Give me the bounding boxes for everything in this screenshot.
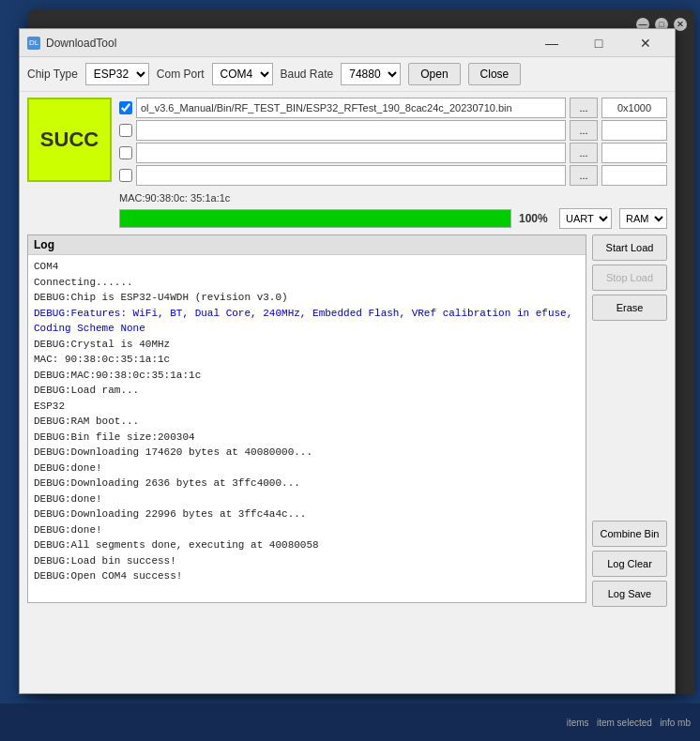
interface-select[interactable]: UART [559, 208, 612, 229]
progress-bar-container [119, 209, 511, 228]
baud-rate-select[interactable]: 74880 [341, 63, 401, 85]
chip-type-select[interactable]: ESP32 [85, 63, 149, 85]
log-line: DEBUG:All segments done, executing at 40… [34, 537, 580, 553]
log-clear-button[interactable]: Log Clear [592, 551, 667, 577]
log-header: Log [28, 235, 586, 255]
combine-bin-button[interactable]: Combine Bin [592, 521, 667, 547]
log-line: DEBUG:Load ram... [34, 383, 580, 399]
mac-info-1: MAC:90:38:0c: [119, 192, 188, 204]
file-browse-btn-1[interactable]: ... [570, 98, 598, 118]
erase-button[interactable]: Erase [592, 295, 667, 321]
succ-badge: SUCC [27, 98, 112, 182]
app-icon: DL [27, 37, 40, 50]
mac-info-2: 35:1a:1c [190, 192, 230, 204]
file-browse-btn-4[interactable]: ... [570, 165, 598, 186]
log-wrapper: Log COM4Connecting......DEBUG:Chip is ES… [27, 234, 586, 607]
files-status-row: SUCC ... ... [27, 98, 667, 229]
log-line: DEBUG:RAM boot... [34, 414, 580, 430]
succ-text: SUCC [40, 128, 99, 152]
log-line: DEBUG:Open COM4 success! [34, 568, 580, 584]
progress-bar-fill [120, 210, 510, 227]
side-buttons: Start Load Stop Load Erase Combine Bin L… [592, 234, 667, 607]
file-checkbox-1[interactable] [119, 101, 132, 114]
file-checkbox-2[interactable] [119, 124, 132, 137]
log-save-button[interactable]: Log Save [592, 581, 667, 607]
log-area: Log COM4Connecting......DEBUG:Chip is ES… [27, 234, 667, 607]
app-title-bar: DL DownloadTool — □ ✕ [20, 29, 675, 57]
open-button[interactable]: Open [408, 63, 460, 85]
toolbar: Chip Type ESP32 Com Port COM4 Baud Rate … [20, 57, 675, 92]
window-maximize-btn[interactable]: □ [577, 33, 620, 53]
log-line: ESP32 [34, 399, 580, 415]
start-load-button[interactable]: Start Load [592, 234, 667, 261]
file-addr-input-3[interactable] [601, 143, 667, 163]
log-line: MAC: 90:38:0c:35:1a:1c [34, 352, 580, 368]
title-left: DL DownloadTool [27, 37, 116, 50]
file-addr-input-2[interactable] [601, 120, 667, 141]
file-rows: ... ... ... [119, 98, 667, 186]
file-path-input-2[interactable] [136, 120, 566, 141]
app-title: DownloadTool [46, 37, 116, 50]
taskbar-info: items item selected info mb [567, 718, 691, 728]
chip-type-label: Chip Type [27, 68, 78, 81]
log-line: DEBUG:Load bin success! [34, 553, 580, 569]
log-line: DEBUG:Downloading 174620 bytes at 400800… [34, 445, 580, 461]
file-path-input-3[interactable] [136, 143, 566, 163]
log-line: DEBUG:MAC:90:38:0c:35:1a:1c [34, 368, 580, 384]
file-row-4: ... [119, 165, 667, 186]
files-column: ... ... ... [119, 98, 667, 229]
log-section: Log COM4Connecting......DEBUG:Chip is ES… [27, 234, 586, 603]
file-path-input-4[interactable] [136, 165, 566, 186]
window-controls: — □ ✕ [530, 33, 667, 53]
log-line: DEBUG:done! [34, 491, 580, 507]
log-line: DEBUG:Features: WiFi, BT, Dual Core, 240… [34, 306, 580, 337]
progress-row: 100% UART RAM [119, 208, 667, 229]
file-addr-input-4[interactable] [601, 165, 667, 186]
file-addr-input-1[interactable] [601, 98, 667, 118]
file-row-3: ... [119, 143, 667, 163]
log-line: COM4 [34, 259, 580, 275]
main-content: SUCC ... ... [20, 92, 675, 741]
log-line: DEBUG:Bin file size:200304 [34, 430, 580, 446]
com-port-label: Com Port [157, 68, 205, 81]
log-line: DEBUG:done! [34, 461, 580, 476]
app-window: DL DownloadTool — □ ✕ Chip Type ESP32 Co… [19, 28, 676, 694]
file-path-input-1[interactable] [136, 98, 566, 118]
close-button[interactable]: Close [468, 63, 522, 85]
file-checkbox-4[interactable] [119, 169, 132, 182]
com-port-select[interactable]: COM4 [212, 63, 273, 85]
chrome-close-btn[interactable]: ✕ [674, 18, 687, 31]
log-line: DEBUG:Crystal is 40MHz [34, 337, 580, 353]
log-content: COM4Connecting......DEBUG:Chip is ESP32-… [28, 255, 586, 602]
log-line: DEBUG:Chip is ESP32-U4WDH (revision v3.0… [34, 290, 580, 306]
file-row-1: ... [119, 98, 667, 118]
log-line: DEBUG:Downloading 22996 bytes at 3ffc4a4… [34, 507, 580, 522]
baud-rate-label: Baud Rate [281, 68, 334, 81]
window-minimize-btn[interactable]: — [530, 33, 573, 53]
taskbar: items item selected info mb [0, 703, 700, 741]
log-line: Connecting...... [34, 275, 580, 291]
window-close-btn[interactable]: ✕ [624, 33, 667, 53]
file-row-2: ... [119, 120, 667, 141]
file-browse-btn-2[interactable]: ... [570, 120, 598, 141]
progress-label: 100% [519, 212, 552, 225]
memory-select[interactable]: RAM [619, 208, 667, 229]
file-browse-btn-3[interactable]: ... [570, 143, 598, 163]
log-line: DEBUG:Downloading 2636 bytes at 3ffc4000… [34, 476, 580, 491]
file-checkbox-3[interactable] [119, 146, 132, 159]
stop-load-button[interactable]: Stop Load [592, 265, 667, 291]
log-line: DEBUG:done! [34, 522, 580, 538]
